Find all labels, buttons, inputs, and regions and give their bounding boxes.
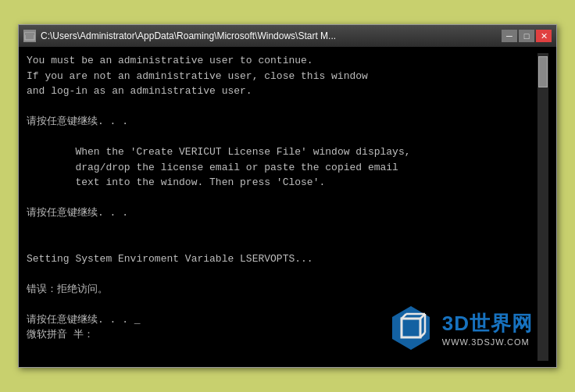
window-icon: [23, 30, 36, 42]
watermark-title: 3D世界网: [442, 310, 533, 337]
svg-rect-1: [25, 33, 34, 35]
watermark-text: 3D世界网 WWW.3DSJW.COM: [442, 310, 533, 347]
window-controls: ─ □ ✕: [502, 30, 552, 42]
watermark-subtitle: WWW.3DSJW.COM: [442, 337, 530, 347]
window-title: C:\Users\Administrator\AppData\Roaming\M…: [41, 30, 497, 41]
title-bar: C:\Users\Administrator\AppData\Roaming\M…: [19, 25, 556, 47]
console-area: You must be an administrative user to co…: [19, 47, 556, 367]
cmd-window: C:\Users\Administrator\AppData\Roaming\M…: [18, 24, 557, 368]
maximize-button[interactable]: □: [519, 30, 534, 42]
minimize-button[interactable]: ─: [502, 30, 517, 42]
scrollbar[interactable]: [538, 53, 548, 361]
scrollbar-thumb[interactable]: [538, 56, 548, 87]
console-text: You must be an administrative user to co…: [27, 53, 538, 343]
close-button[interactable]: ✕: [536, 30, 552, 42]
watermark: 3D世界网 WWW.3DSJW.COM: [386, 303, 533, 353]
watermark-logo-icon: [386, 303, 436, 353]
